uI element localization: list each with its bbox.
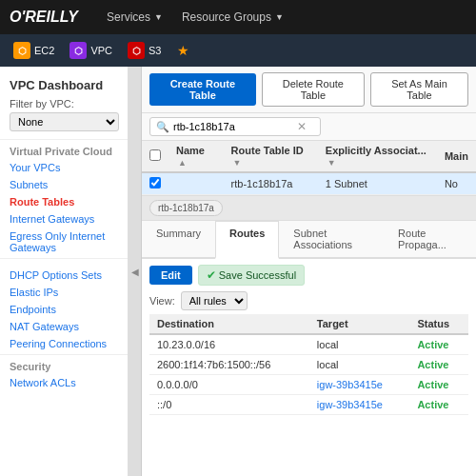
row-select-checkbox[interactable] <box>149 177 161 188</box>
route-target[interactable]: igw-39b3415e <box>309 375 410 395</box>
col-assoc[interactable]: Explicitly Associat... ▼ <box>318 141 437 172</box>
sidebar-title: VPC Dashboard <box>0 74 128 94</box>
toolbar: Create Route Table Delete Route Table Se… <box>142 67 476 113</box>
section-more <box>0 258 128 267</box>
success-badge: ✔ Save Successful <box>198 265 305 286</box>
filter-label: Filter by VPC: None <box>0 94 128 135</box>
nav-services[interactable]: Services ▼ <box>97 0 172 34</box>
route-table-list: Name ▲ Route Table ID ▼ Explicitly Assoc… <box>142 141 476 196</box>
nav-services-arrow: ▼ <box>154 12 163 22</box>
route-destination: 2600:1f14:7b6:1500::/56 <box>149 355 309 375</box>
breadcrumb-pill[interactable]: rtb-1c18b17a <box>149 200 223 216</box>
tab-route-propagation[interactable]: Route Propaga... <box>384 221 476 257</box>
route-status: Active <box>409 395 468 415</box>
set-main-table-button[interactable]: Set As Main Table <box>370 72 468 107</box>
sidebar: VPC Dashboard Filter by VPC: None Virtua… <box>0 67 129 476</box>
sidebar-item-endpoints[interactable]: Endpoints <box>0 301 128 318</box>
col-main[interactable]: Main <box>437 141 476 172</box>
ec2-service[interactable]: ⬡ EC2 <box>8 34 60 67</box>
route-target: local <box>309 355 410 375</box>
favorite-icon[interactable]: ★ <box>171 34 195 67</box>
section-security: Security <box>0 354 128 374</box>
tab-subnet-associations[interactable]: Subnet Associations <box>279 221 384 257</box>
route-destination: 10.23.0.0/16 <box>149 334 309 355</box>
route-status: Active <box>409 355 468 375</box>
sidebar-item-subnets[interactable]: Subnets <box>0 176 128 193</box>
sidebar-item-internet-gateways[interactable]: Internet Gateways <box>0 210 128 228</box>
route-target[interactable]: igw-39b3415e <box>309 395 410 415</box>
tab-summary[interactable]: Summary <box>142 221 215 257</box>
vpc-service[interactable]: ⬡ VPC <box>64 34 118 67</box>
route-destination: ::/0 <box>149 395 309 415</box>
view-row: View: All rules <box>149 291 468 310</box>
select-all-checkbox[interactable] <box>149 149 161 161</box>
route-row: ::/0igw-39b3415eActive <box>149 395 468 415</box>
sidebar-item-route-tables[interactable]: Route Tables <box>0 193 128 210</box>
col-destination: Destination <box>149 314 309 334</box>
sidebar-item-elastic-ips[interactable]: Elastic IPs <box>0 284 128 301</box>
row-name <box>169 172 224 195</box>
view-label: View: <box>149 295 175 307</box>
route-row: 0.0.0.0/0igw-39b3415eActive <box>149 375 468 395</box>
tab-routes[interactable]: Routes <box>215 221 279 259</box>
vpc-icon: ⬡ <box>69 42 87 59</box>
service-bar: ⬡ EC2 ⬡ VPC ⬡ S3 ★ <box>0 34 476 67</box>
sidebar-collapse[interactable]: ◀ <box>129 67 142 476</box>
col-checkbox <box>142 141 169 172</box>
view-select[interactable]: All rules <box>181 291 248 310</box>
top-bar: O'REILLY Services ▼ Resource Groups ▼ <box>0 0 476 34</box>
sidebar-item-peering[interactable]: Peering Connections <box>0 335 128 352</box>
sidebar-item-dhcp[interactable]: DHCP Options Sets <box>0 267 128 284</box>
route-row: 10.23.0.0/16localActive <box>149 334 468 355</box>
route-status: Active <box>409 375 468 395</box>
s3-icon: ⬡ <box>128 42 145 59</box>
detail-panel: Summary Routes Subnet Associations Route… <box>142 221 476 476</box>
main-layout: VPC Dashboard Filter by VPC: None Virtua… <box>0 67 476 476</box>
create-route-table-button[interactable]: Create Route Table <box>149 73 256 106</box>
sidebar-item-your-vpcs[interactable]: Your VPCs <box>0 159 128 176</box>
ec2-icon: ⬡ <box>13 42 30 59</box>
nav-resource-groups-arrow: ▼ <box>275 12 284 22</box>
route-destination: 0.0.0.0/0 <box>149 375 309 395</box>
vpc-filter-select[interactable]: None <box>10 112 119 131</box>
sidebar-item-network-acls[interactable]: Network ACLs <box>0 374 128 391</box>
route-table: Name ▲ Route Table ID ▼ Explicitly Assoc… <box>142 141 476 195</box>
col-name[interactable]: Name ▲ <box>169 141 224 172</box>
section-vpc: Virtual Private Cloud <box>0 139 128 159</box>
search-clear-icon[interactable]: ✕ <box>297 120 307 133</box>
col-target: Target <box>309 314 410 334</box>
search-icon: 🔍 <box>156 121 169 133</box>
s3-service[interactable]: ⬡ S3 <box>122 34 167 67</box>
search-input[interactable] <box>173 121 297 132</box>
col-status: Status <box>409 314 468 334</box>
detail-content: Edit ✔ Save Successful View: All rules <box>142 259 476 476</box>
detail-tabs: Summary Routes Subnet Associations Route… <box>142 221 476 259</box>
content-area: Create Route Table Delete Route Table Se… <box>142 67 476 476</box>
detail-breadcrumb: rtb-1c18b17a <box>142 196 476 221</box>
row-id: rtb-1c18b17a <box>224 172 318 195</box>
col-route-table-id[interactable]: Route Table ID ▼ <box>224 141 318 172</box>
routes-table: Destination Target Status 10.23.0.0/16lo… <box>149 314 468 415</box>
search-wrap: 🔍 ✕ <box>149 117 321 136</box>
delete-route-table-button[interactable]: Delete Route Table <box>262 72 365 107</box>
route-status: Active <box>409 334 468 355</box>
success-icon: ✔ <box>207 268 216 282</box>
edit-button[interactable]: Edit <box>149 266 192 285</box>
logo: O'REILLY <box>10 9 78 26</box>
sidebar-item-nat-gateways[interactable]: NAT Gateways <box>0 318 128 335</box>
row-main: No <box>437 172 476 195</box>
row-associations: 1 Subnet <box>318 172 437 195</box>
table-row[interactable]: rtb-1c18b17a 1 Subnet No <box>142 172 476 195</box>
route-target: local <box>309 334 410 355</box>
sidebar-item-egress-gateways[interactable]: Egress Only Internet Gateways <box>0 228 128 256</box>
success-text: Save Successful <box>219 269 296 281</box>
nav-resource-groups[interactable]: Resource Groups ▼ <box>172 0 293 34</box>
route-row: 2600:1f14:7b6:1500::/56localActive <box>149 355 468 375</box>
search-bar: 🔍 ✕ <box>142 113 476 141</box>
row-checkbox[interactable] <box>142 172 169 195</box>
edit-bar: Edit ✔ Save Successful <box>149 265 468 286</box>
